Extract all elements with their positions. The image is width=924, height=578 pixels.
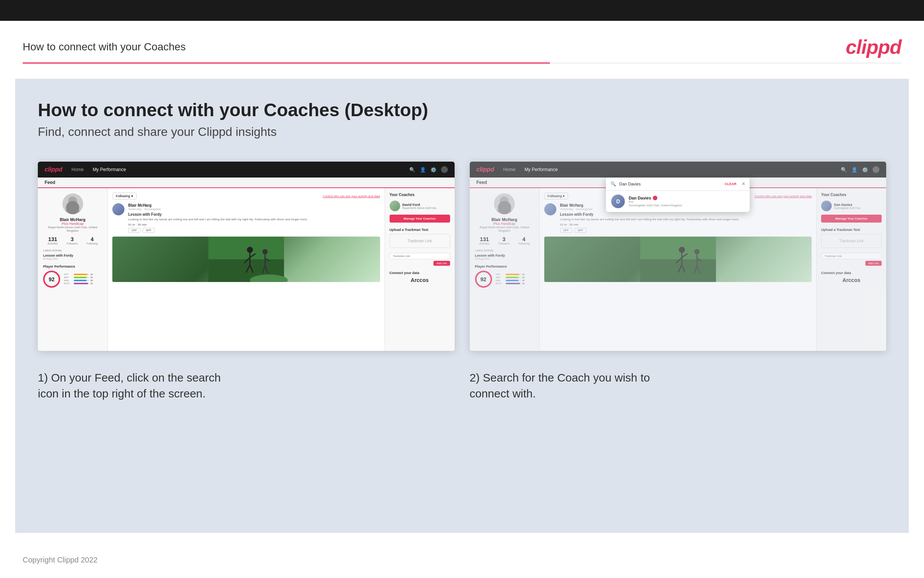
search-icon-nav[interactable]: 🔍 xyxy=(409,167,415,173)
header-divider xyxy=(23,62,901,63)
feed-post-1: Blair McHarg Yesterday · Sunningdale Les… xyxy=(112,203,380,233)
copyright-text: Copyright Clippd 2022 xyxy=(23,556,97,564)
coach-item-1: David Ford Royal North Devon Golf Club xyxy=(390,201,450,211)
post-name-1: Blair McHarg xyxy=(128,203,380,208)
activity-date-2: 03 Aug 2022 xyxy=(475,257,534,260)
main-content: How to connect with your Coaches (Deskto… xyxy=(15,79,909,533)
svg-point-0 xyxy=(68,196,77,206)
feed-tab-label: Feed xyxy=(45,180,55,185)
manage-coaches-btn-1[interactable]: Manage Your Coaches xyxy=(390,214,450,222)
avatar-icon-nav[interactable] xyxy=(441,166,448,173)
profile-handicap-2: Plus Handicap xyxy=(475,222,534,226)
manage-coaches-btn-2: Manage Your Coaches xyxy=(821,214,882,222)
svg-point-26 xyxy=(694,249,699,254)
app-nav-logo-1: clippd xyxy=(45,166,62,173)
profile-club-2: Royal North Devon Golf Club, United King… xyxy=(475,226,534,232)
app-nav-icons: 🔍 👤 ⚙️ xyxy=(409,166,448,173)
user-icon-nav[interactable]: 👤 xyxy=(420,167,426,173)
app-body-1: Blair McHarg Plus Handicap Royal North D… xyxy=(38,188,455,351)
trackman-box-2: Trackman Link xyxy=(821,234,882,248)
connect-data-title-2: Connect your data xyxy=(821,271,882,275)
post-image-1 xyxy=(112,237,380,282)
app-nav-performance[interactable]: My Performance xyxy=(93,167,126,172)
svg-rect-19 xyxy=(640,259,715,282)
coach-avatar-1 xyxy=(390,201,400,211)
result-type: Pro xyxy=(629,200,744,204)
post-avatar-2 xyxy=(544,203,557,215)
result-avatar: D xyxy=(611,195,625,208)
stats-row-1: 131 Activities 3 Followers 4 Following xyxy=(43,236,102,245)
svg-point-1 xyxy=(65,207,80,214)
search-icon-nav-2: 🔍 xyxy=(841,167,847,173)
settings-icon-nav-2: ⚙️ xyxy=(862,167,868,173)
search-close-btn[interactable]: × xyxy=(742,180,745,187)
post-action-app[interactable]: APP xyxy=(142,228,155,233)
following-row-1: Following ▾ Control who can see your act… xyxy=(112,193,380,200)
app-nav-home[interactable]: Home xyxy=(71,167,84,172)
latest-activity-label-2: Latest Activity xyxy=(475,249,534,252)
post-text-1: Looking to feel like my hands are exitin… xyxy=(128,217,380,221)
stats-row-2: 131Activities 3Followers 4Following xyxy=(475,236,534,245)
activities-stat: 131 Activities xyxy=(47,236,58,245)
svg-point-16 xyxy=(500,196,509,206)
app-nav-2: clippd Home My Performance 🔍 👤 ⚙️ xyxy=(470,162,887,177)
result-verified-badge xyxy=(653,196,657,200)
svg-point-5 xyxy=(247,247,253,253)
profile-name-1: Blair McHarg xyxy=(43,217,102,222)
user-icon-nav-2: 👤 xyxy=(851,167,858,173)
caption-text-2: 2) Search for the Coach you wish toconne… xyxy=(470,370,887,402)
following-stat: 4 Following xyxy=(87,236,98,245)
app-sidebar-1: Blair McHarg Plus Handicap Royal North D… xyxy=(38,188,108,351)
search-bar: 🔍 Dan Davies CLEAR × xyxy=(606,177,750,191)
result-club: Sunningdale Golf Club, United Kingdom xyxy=(629,204,744,207)
feed-tab-1[interactable]: Feed xyxy=(38,177,455,188)
svg-point-20 xyxy=(678,247,685,253)
app-sidebar-2: Blair McHarg Plus Handicap Royal North D… xyxy=(470,188,540,351)
profile-name-2: Blair McHarg xyxy=(475,217,534,222)
post-duration-1: 01 hr : 30 min xyxy=(128,223,380,226)
activity-name-2: Lesson with Fordy xyxy=(475,253,534,257)
add-link-btn[interactable]: Add Link xyxy=(434,261,450,266)
app-nav-home-2: Home xyxy=(503,167,516,172)
arccos-logo: Arccos xyxy=(390,277,450,283)
search-result-item[interactable]: D Dan Davies Pro Sunningdale Golf Club, … xyxy=(606,191,750,212)
coach-name-2: Dan Davies xyxy=(834,203,861,207)
perf-score-ring-2: 92 xyxy=(475,271,492,288)
search-overlay: 🔍 Dan Davies CLEAR × D Dan Davies Pro Su… xyxy=(606,177,750,212)
following-button[interactable]: Following ▾ xyxy=(112,193,136,200)
header: How to connect with your Coaches clippd xyxy=(0,21,924,62)
perf-bars-2: OTT90 APP85 ARG86 PUTT96 xyxy=(496,273,525,286)
control-link-1[interactable]: Control who can see your activity and da… xyxy=(323,195,380,198)
profile-handicap-1: Plus Handicap xyxy=(43,222,102,226)
post-duration-2: 01 hr : 30 min xyxy=(560,223,812,226)
post-action-off-2: OFF xyxy=(560,228,572,233)
svg-point-17 xyxy=(497,207,512,214)
post-actions-2: OFF APP xyxy=(560,228,812,233)
post-title-2: Lesson with Fordy xyxy=(560,212,812,216)
caption-text-1: 1) On your Feed, click on the searchicon… xyxy=(38,370,455,402)
settings-icon-nav[interactable]: ⚙️ xyxy=(430,167,437,173)
trackman-input[interactable] xyxy=(390,253,450,259)
coach-club-1: Royal North Devon Golf Club xyxy=(403,207,437,209)
profile-avatar-2 xyxy=(494,193,515,214)
following-button-2: Following ▾ xyxy=(544,193,568,200)
app-body-2: Blair McHarg Plus Handicap Royal North D… xyxy=(470,188,887,351)
perf-score-ring-1: 92 xyxy=(43,271,60,288)
post-title-1: Lesson with Fordy xyxy=(128,212,380,216)
post-text-2: Looking to feel like my hands are exitin… xyxy=(560,217,812,221)
search-query-text[interactable]: Dan Davies xyxy=(619,182,722,186)
search-clear-btn[interactable]: CLEAR xyxy=(725,182,736,186)
footer: Copyright Clippd 2022 xyxy=(0,548,924,572)
arccos-logo-2: Arccos xyxy=(821,277,882,283)
connect-data-title: Connect your data xyxy=(390,271,450,275)
post-action-off[interactable]: OFF xyxy=(128,228,140,233)
activity-date: 03 Aug 2022 xyxy=(43,257,102,260)
coach-avatar-2 xyxy=(821,201,832,211)
trackman-placeholder-box: Trackman Link xyxy=(390,234,450,248)
app-nav-icons-2: 🔍 👤 ⚙️ xyxy=(841,166,879,173)
app-nav-1: clippd Home My Performance 🔍 👤 ⚙️ xyxy=(38,162,455,177)
coach-club-2: Sunningdale Golf Club xyxy=(834,207,861,209)
app-nav-performance-2: My Performance xyxy=(524,167,558,172)
mock-app-1: clippd Home My Performance 🔍 👤 ⚙️ Feed xyxy=(38,162,455,351)
perf-bars-1: OTT90 APP85 ARG86 PUTT96 xyxy=(64,273,93,286)
